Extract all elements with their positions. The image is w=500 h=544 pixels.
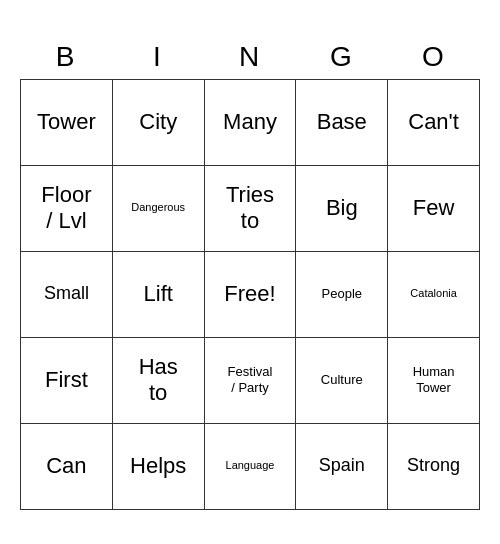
cell-r1-c0: Floor/ Lvl bbox=[21, 166, 113, 252]
cell-r1-c2: Triesto bbox=[205, 166, 297, 252]
cell-r3-c2: Festival/ Party bbox=[205, 338, 297, 424]
cell-r4-c1: Helps bbox=[113, 424, 205, 510]
bingo-card: BINGO TowerCityManyBaseCan'tFloor/ LvlDa… bbox=[20, 35, 480, 510]
cell-r0-c2: Many bbox=[205, 80, 297, 166]
cell-r4-c2: Language bbox=[205, 424, 297, 510]
cell-r4-c3: Spain bbox=[296, 424, 388, 510]
header-letter-N: N bbox=[204, 35, 296, 79]
header-letter-B: B bbox=[20, 35, 112, 79]
cell-r0-c0: Tower bbox=[21, 80, 113, 166]
cell-r4-c4: Strong bbox=[388, 424, 480, 510]
cell-r2-c1: Lift bbox=[113, 252, 205, 338]
cell-r1-c3: Big bbox=[296, 166, 388, 252]
cell-r3-c4: HumanTower bbox=[388, 338, 480, 424]
bingo-header: BINGO bbox=[20, 35, 480, 79]
cell-r3-c0: First bbox=[21, 338, 113, 424]
cell-r2-c3: People bbox=[296, 252, 388, 338]
header-letter-G: G bbox=[296, 35, 388, 79]
cell-r1-c4: Few bbox=[388, 166, 480, 252]
bingo-grid: TowerCityManyBaseCan'tFloor/ LvlDangerou… bbox=[20, 79, 480, 510]
cell-r2-c4: Catalonia bbox=[388, 252, 480, 338]
cell-r4-c0: Can bbox=[21, 424, 113, 510]
cell-r0-c1: City bbox=[113, 80, 205, 166]
cell-r3-c3: Culture bbox=[296, 338, 388, 424]
cell-r0-c4: Can't bbox=[388, 80, 480, 166]
header-letter-O: O bbox=[388, 35, 480, 79]
header-letter-I: I bbox=[112, 35, 204, 79]
cell-r1-c1: Dangerous bbox=[113, 166, 205, 252]
cell-r0-c3: Base bbox=[296, 80, 388, 166]
cell-r3-c1: Hasto bbox=[113, 338, 205, 424]
cell-r2-c2: Free! bbox=[205, 252, 297, 338]
cell-r2-c0: Small bbox=[21, 252, 113, 338]
